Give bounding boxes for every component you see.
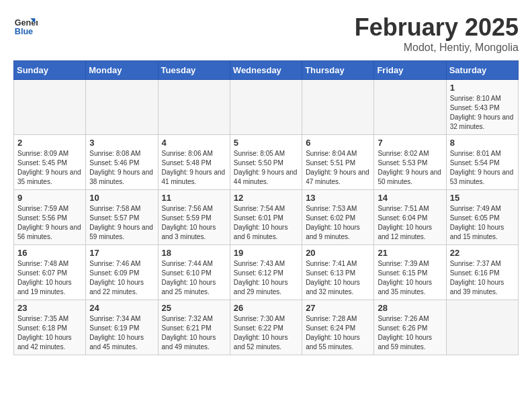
day-number: 5	[234, 138, 298, 148]
calendar-cell: 6Sunrise: 8:04 AM Sunset: 5:51 PM Daylig…	[302, 135, 374, 190]
day-info: Sunrise: 7:41 AM Sunset: 6:13 PM Dayligh…	[306, 259, 370, 297]
day-info: Sunrise: 7:48 AM Sunset: 6:07 PM Dayligh…	[17, 259, 82, 297]
day-info: Sunrise: 7:35 AM Sunset: 6:18 PM Dayligh…	[17, 314, 82, 352]
day-info: Sunrise: 7:54 AM Sunset: 6:01 PM Dayligh…	[234, 204, 298, 242]
svg-text:Blue: Blue	[15, 27, 33, 36]
day-number: 8	[450, 138, 515, 148]
calendar-cell: 18Sunrise: 7:44 AM Sunset: 6:10 PM Dayli…	[158, 245, 230, 300]
calendar-cell: 14Sunrise: 7:51 AM Sunset: 6:04 PM Dayli…	[374, 190, 446, 245]
calendar-cell: 13Sunrise: 7:53 AM Sunset: 6:02 PM Dayli…	[302, 190, 374, 245]
calendar-week-row: 9Sunrise: 7:59 AM Sunset: 5:56 PM Daylig…	[14, 190, 519, 245]
calendar-cell: 12Sunrise: 7:54 AM Sunset: 6:01 PM Dayli…	[230, 190, 302, 245]
day-number: 25	[162, 303, 226, 313]
calendar-cell: 5Sunrise: 8:05 AM Sunset: 5:50 PM Daylig…	[230, 135, 302, 190]
calendar-cell	[14, 80, 86, 135]
day-info: Sunrise: 8:08 AM Sunset: 5:46 PM Dayligh…	[89, 149, 154, 187]
day-info: Sunrise: 8:01 AM Sunset: 5:54 PM Dayligh…	[450, 149, 515, 187]
day-number: 2	[17, 138, 82, 148]
day-info: Sunrise: 8:04 AM Sunset: 5:51 PM Dayligh…	[306, 149, 370, 187]
calendar-cell: 9Sunrise: 7:59 AM Sunset: 5:56 PM Daylig…	[14, 190, 86, 245]
weekday-header-cell: Monday	[86, 61, 158, 80]
day-info: Sunrise: 7:56 AM Sunset: 5:59 PM Dayligh…	[162, 204, 226, 242]
calendar-week-row: 23Sunrise: 7:35 AM Sunset: 6:18 PM Dayli…	[14, 300, 519, 355]
calendar-cell: 26Sunrise: 7:30 AM Sunset: 6:22 PM Dayli…	[230, 300, 302, 355]
header: General Blue February 2025 Modot, Hentiy…	[13, 13, 519, 54]
calendar-subtitle: Modot, Hentiy, Mongolia	[355, 42, 519, 54]
day-info: Sunrise: 8:06 AM Sunset: 5:48 PM Dayligh…	[162, 149, 226, 187]
day-info: Sunrise: 7:34 AM Sunset: 6:19 PM Dayligh…	[89, 314, 154, 352]
calendar-cell: 10Sunrise: 7:58 AM Sunset: 5:57 PM Dayli…	[86, 190, 158, 245]
calendar-cell: 21Sunrise: 7:39 AM Sunset: 6:15 PM Dayli…	[374, 245, 446, 300]
day-info: Sunrise: 7:43 AM Sunset: 6:12 PM Dayligh…	[234, 259, 298, 297]
day-number: 27	[306, 303, 370, 313]
calendar-week-row: 16Sunrise: 7:48 AM Sunset: 6:07 PM Dayli…	[14, 245, 519, 300]
calendar-cell: 20Sunrise: 7:41 AM Sunset: 6:13 PM Dayli…	[302, 245, 374, 300]
day-number: 7	[378, 138, 442, 148]
day-info: Sunrise: 7:30 AM Sunset: 6:22 PM Dayligh…	[234, 314, 298, 352]
weekday-header-cell: Wednesday	[230, 61, 302, 80]
calendar-cell: 19Sunrise: 7:43 AM Sunset: 6:12 PM Dayli…	[230, 245, 302, 300]
day-number: 23	[17, 303, 82, 313]
day-info: Sunrise: 8:05 AM Sunset: 5:50 PM Dayligh…	[234, 149, 298, 187]
title-area: February 2025 Modot, Hentiy, Mongolia	[355, 13, 519, 54]
day-info: Sunrise: 7:44 AM Sunset: 6:10 PM Dayligh…	[162, 259, 226, 297]
day-number: 20	[306, 248, 370, 258]
day-number: 13	[306, 193, 370, 203]
calendar-week-row: 2Sunrise: 8:09 AM Sunset: 5:45 PM Daylig…	[14, 135, 519, 190]
day-info: Sunrise: 7:46 AM Sunset: 6:09 PM Dayligh…	[89, 259, 154, 297]
weekday-header-cell: Saturday	[446, 61, 518, 80]
day-number: 24	[89, 303, 154, 313]
calendar-cell: 7Sunrise: 8:02 AM Sunset: 5:53 PM Daylig…	[374, 135, 446, 190]
calendar-title: February 2025	[355, 13, 519, 42]
calendar-table: SundayMondayTuesdayWednesdayThursdayFrid…	[13, 60, 519, 355]
calendar-cell	[446, 300, 518, 355]
day-number: 12	[234, 193, 298, 203]
day-info: Sunrise: 7:37 AM Sunset: 6:16 PM Dayligh…	[450, 259, 515, 297]
calendar-week-row: 1Sunrise: 8:10 AM Sunset: 5:43 PM Daylig…	[14, 80, 519, 135]
day-info: Sunrise: 8:10 AM Sunset: 5:43 PM Dayligh…	[450, 94, 515, 132]
calendar-cell	[86, 80, 158, 135]
calendar-cell: 2Sunrise: 8:09 AM Sunset: 5:45 PM Daylig…	[14, 135, 86, 190]
day-number: 11	[162, 193, 226, 203]
calendar-cell	[158, 80, 230, 135]
calendar-cell: 11Sunrise: 7:56 AM Sunset: 5:59 PM Dayli…	[158, 190, 230, 245]
weekday-header-cell: Tuesday	[158, 61, 230, 80]
weekday-header-cell: Friday	[374, 61, 446, 80]
calendar-cell: 4Sunrise: 8:06 AM Sunset: 5:48 PM Daylig…	[158, 135, 230, 190]
calendar-cell: 23Sunrise: 7:35 AM Sunset: 6:18 PM Dayli…	[14, 300, 86, 355]
day-info: Sunrise: 7:59 AM Sunset: 5:56 PM Dayligh…	[17, 204, 82, 242]
day-number: 14	[378, 193, 442, 203]
calendar-cell: 8Sunrise: 8:01 AM Sunset: 5:54 PM Daylig…	[446, 135, 518, 190]
day-info: Sunrise: 7:58 AM Sunset: 5:57 PM Dayligh…	[89, 204, 154, 242]
logo-icon: General Blue	[13, 13, 38, 38]
weekday-header-cell: Thursday	[302, 61, 374, 80]
day-number: 19	[234, 248, 298, 258]
day-info: Sunrise: 8:02 AM Sunset: 5:53 PM Dayligh…	[378, 149, 442, 187]
day-number: 26	[234, 303, 298, 313]
calendar-cell: 3Sunrise: 8:08 AM Sunset: 5:46 PM Daylig…	[86, 135, 158, 190]
day-number: 4	[162, 138, 226, 148]
day-number: 10	[89, 193, 154, 203]
calendar-cell: 28Sunrise: 7:26 AM Sunset: 6:26 PM Dayli…	[374, 300, 446, 355]
weekday-header-row: SundayMondayTuesdayWednesdayThursdayFrid…	[14, 61, 519, 80]
day-info: Sunrise: 7:28 AM Sunset: 6:24 PM Dayligh…	[306, 314, 370, 352]
calendar-cell: 17Sunrise: 7:46 AM Sunset: 6:09 PM Dayli…	[86, 245, 158, 300]
day-number: 16	[17, 248, 82, 258]
day-number: 15	[450, 193, 515, 203]
day-info: Sunrise: 7:49 AM Sunset: 6:05 PM Dayligh…	[450, 204, 515, 242]
calendar-cell	[230, 80, 302, 135]
calendar-cell: 1Sunrise: 8:10 AM Sunset: 5:43 PM Daylig…	[446, 80, 518, 135]
calendar-cell: 22Sunrise: 7:37 AM Sunset: 6:16 PM Dayli…	[446, 245, 518, 300]
day-number: 6	[306, 138, 370, 148]
calendar-cell: 24Sunrise: 7:34 AM Sunset: 6:19 PM Dayli…	[86, 300, 158, 355]
day-number: 3	[89, 138, 154, 148]
day-number: 28	[378, 303, 442, 313]
calendar-cell: 16Sunrise: 7:48 AM Sunset: 6:07 PM Dayli…	[14, 245, 86, 300]
day-number: 18	[162, 248, 226, 258]
day-info: Sunrise: 7:26 AM Sunset: 6:26 PM Dayligh…	[378, 314, 442, 352]
day-number: 21	[378, 248, 442, 258]
calendar-cell: 25Sunrise: 7:32 AM Sunset: 6:21 PM Dayli…	[158, 300, 230, 355]
day-number: 9	[17, 193, 82, 203]
day-info: Sunrise: 8:09 AM Sunset: 5:45 PM Dayligh…	[17, 149, 82, 187]
calendar-body: 1Sunrise: 8:10 AM Sunset: 5:43 PM Daylig…	[14, 80, 519, 355]
